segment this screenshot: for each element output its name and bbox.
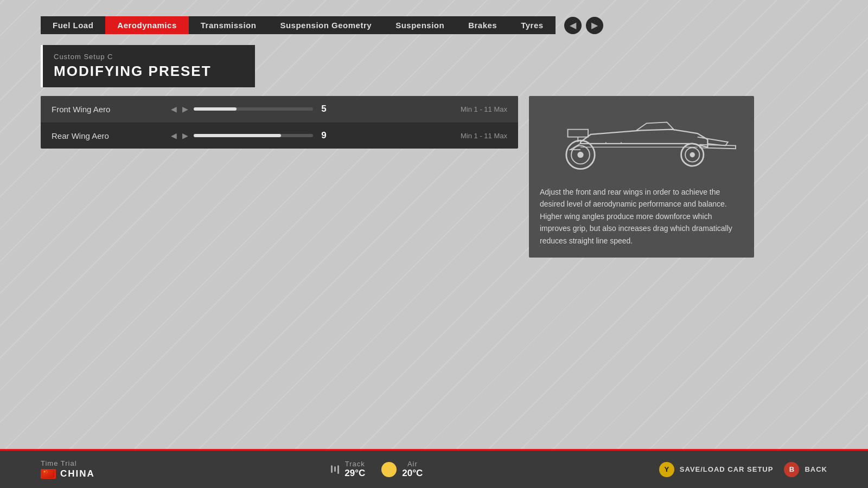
setting-name-front-wing: Front Wing Aero: [52, 105, 171, 114]
china-flag: [41, 469, 56, 479]
race-info: Time Trial CHINA: [41, 459, 95, 479]
tab-transmission[interactable]: Transmission: [189, 16, 269, 34]
slider-front-wing[interactable]: [194, 107, 313, 111]
back-badge: B: [784, 462, 799, 477]
tab-aerodynamics[interactable]: Aerodynamics: [105, 16, 188, 34]
preset-title: MODIFYING PRESET: [54, 63, 244, 80]
tab-fuel-load[interactable]: Fuel Load: [41, 16, 105, 34]
decrement-rear-wing[interactable]: ◀: [171, 131, 177, 140]
race-country: CHINA: [60, 468, 95, 479]
table-row: Front Wing Aero ◀ ▶ 5 Min 1 - 11 Max: [41, 96, 518, 123]
next-icon[interactable]: ▶: [586, 17, 603, 34]
heat-icon: [331, 465, 339, 474]
sun-icon: [381, 462, 397, 477]
content-area: Front Wing Aero ◀ ▶ 5 Min 1 - 11 Max Rea…: [41, 96, 827, 258]
back-button[interactable]: B BACK: [784, 462, 827, 477]
settings-panel: Front Wing Aero ◀ ▶ 5 Min 1 - 11 Max Rea…: [41, 96, 518, 258]
table-row: Rear Wing Aero ◀ ▶ 9 Min 1 - 11 Max: [41, 123, 518, 149]
save-badge: Y: [659, 462, 674, 477]
tab-tyres[interactable]: Tyres: [509, 16, 555, 34]
track-temp: 29°C: [344, 468, 365, 479]
preset-header: Custom Setup C MODIFYING PRESET: [41, 45, 255, 87]
save-load-button[interactable]: Y SAVE/LOAD CAR SETUP: [659, 462, 774, 477]
range-rear-wing: Min 1 - 11 Max: [461, 132, 507, 140]
value-front-wing: 5: [318, 104, 329, 114]
tab-suspension[interactable]: Suspension: [384, 16, 456, 34]
air-temp: 20°C: [402, 468, 423, 479]
increment-front-wing[interactable]: ▶: [182, 105, 188, 113]
air-temp-block: Air 20°C: [402, 460, 423, 479]
settings-table: Front Wing Aero ◀ ▶ 5 Min 1 - 11 Max Rea…: [41, 96, 518, 149]
slider-fill-rear-wing: [194, 134, 281, 137]
action-buttons: Y SAVE/LOAD CAR SETUP B BACK: [659, 462, 827, 477]
nav-tabs: Fuel Load Aerodynamics Transmission Susp…: [41, 16, 827, 34]
svg-point-5: [690, 152, 695, 157]
tab-suspension-geometry[interactable]: Suspension Geometry: [268, 16, 384, 34]
track-temp-block: Track 29°C: [344, 460, 365, 479]
track-weather-group: Track 29°C: [331, 460, 365, 479]
race-location: CHINA: [41, 468, 95, 479]
weather-info: Track 29°C Air 20°C: [331, 460, 423, 479]
setting-controls-front-wing: ◀ ▶ 5: [171, 104, 461, 114]
save-load-label: SAVE/LOAD CAR SETUP: [680, 465, 774, 473]
info-description: Adjust the front and rear wings in order…: [540, 186, 743, 247]
race-type: Time Trial: [41, 459, 95, 467]
decrement-front-wing[interactable]: ◀: [171, 105, 177, 113]
info-panel: Adjust the front and rear wings in order…: [529, 96, 754, 258]
range-front-wing: Min 1 - 11 Max: [461, 105, 507, 113]
setting-controls-rear-wing: ◀ ▶ 9: [171, 130, 461, 141]
air-label: Air: [407, 460, 418, 468]
increment-rear-wing[interactable]: ▶: [182, 131, 188, 140]
back-label: BACK: [805, 465, 827, 473]
prev-icon[interactable]: ◀: [564, 17, 582, 34]
tab-brakes[interactable]: Brakes: [456, 16, 509, 34]
car-diagram: [540, 107, 743, 177]
air-weather-group: Air 20°C: [381, 460, 423, 479]
setting-name-rear-wing: Rear Wing Aero: [52, 131, 171, 140]
nav-icon-group: ◀ ▶: [564, 17, 603, 34]
track-label: Track: [345, 460, 365, 468]
preset-subtitle: Custom Setup C: [54, 53, 244, 61]
bottom-bar: Time Trial CHINA Track 29°C Air 20°C: [0, 449, 868, 488]
svg-point-2: [577, 152, 583, 158]
slider-fill-front-wing: [194, 107, 237, 111]
slider-rear-wing[interactable]: [194, 134, 313, 137]
value-rear-wing: 9: [318, 130, 329, 141]
